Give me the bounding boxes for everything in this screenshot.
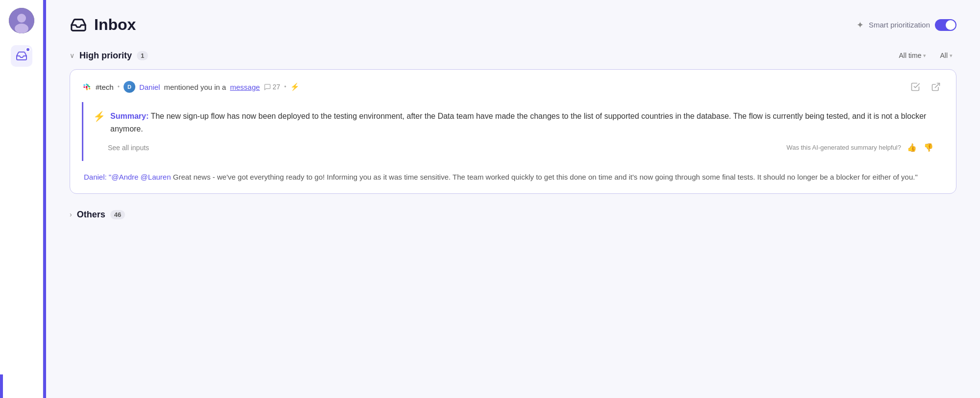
bolt-purple-icon: ⚡: [93, 110, 105, 122]
separator-dot-2: •: [284, 83, 286, 90]
inbox-nav-icon: [16, 50, 27, 62]
section-filters: All time ▾ All ▾: [895, 50, 956, 61]
external-link-icon: [931, 82, 941, 92]
chevron-right-icon: ›: [70, 211, 72, 218]
ai-helpful-feedback: Was this AI-generated summary helpful? 👍…: [786, 142, 934, 153]
summary-block: ⚡ Summary: The new sign-up flow has now …: [82, 102, 944, 161]
ai-helpful-label: Was this AI-generated summary helpful?: [786, 144, 901, 151]
notification-dot: [25, 47, 30, 52]
svg-point-1: [17, 14, 26, 23]
check-circle-icon: [910, 82, 920, 92]
quote-mention-2: @Lauren: [141, 173, 171, 181]
comment-icon: [264, 83, 271, 91]
bottom-accent-bar: [0, 374, 3, 398]
see-all-inputs-btn[interactable]: See all inputs: [108, 144, 149, 152]
summary-body: The new sign-up flow has now been deploy…: [110, 112, 926, 133]
user-avatar-small: D: [124, 81, 135, 93]
mark-done-button[interactable]: [907, 79, 924, 95]
summary-label: Summary:: [110, 112, 149, 120]
svg-point-2: [15, 24, 28, 33]
summary-title-row: ⚡ Summary: The new sign-up flow has now …: [93, 110, 934, 135]
quote-body: Great news - we've got everything ready …: [171, 173, 918, 181]
summary-content: Summary: The new sign-up flow has now be…: [110, 110, 934, 135]
page-title-wrap: Inbox: [70, 16, 136, 34]
high-priority-title: High priority: [79, 51, 132, 61]
content-area: Inbox ✦ Smart prioritization ∨ High prio…: [46, 0, 980, 398]
thumbs-up-button[interactable]: 👍: [906, 142, 918, 153]
others-badge: 46: [110, 210, 125, 219]
message-card-header: #tech • D Daniel mentioned you in a mess…: [70, 70, 956, 102]
separator-dot: •: [118, 83, 120, 90]
message-quote: Daniel: "@Andre @Lauren Great news - we'…: [82, 171, 944, 184]
smart-prioritization-control: ✦ Smart prioritization: [856, 19, 956, 31]
high-priority-collapse-btn[interactable]: ∨ High priority 1: [70, 51, 148, 61]
high-priority-section-header: ∨ High priority 1 All time ▾ All ▾: [70, 50, 956, 61]
summary-text: Summary: The new sign-up flow has now be…: [110, 110, 934, 135]
svg-line-3: [935, 83, 939, 88]
slack-icon: [82, 82, 92, 92]
page-header: Inbox ✦ Smart prioritization: [70, 16, 956, 34]
message-meta: #tech • D Daniel mentioned you in a mess…: [82, 81, 300, 93]
smart-prioritization-label: Smart prioritization: [869, 21, 930, 29]
main-content: Inbox ✦ Smart prioritization ∨ High prio…: [46, 0, 980, 398]
chevron-down-icon: ∨: [70, 52, 75, 59]
time-filter-btn[interactable]: All time ▾: [895, 50, 930, 61]
page-title: Inbox: [94, 16, 136, 34]
time-filter-label: All time: [899, 52, 922, 59]
avatar[interactable]: [9, 8, 34, 33]
all-filter-btn[interactable]: All ▾: [936, 50, 956, 61]
sender-name[interactable]: Daniel: [139, 83, 160, 91]
message-card: #tech • D Daniel mentioned you in a mess…: [70, 69, 956, 194]
inbox-icon: [70, 16, 87, 34]
card-actions: [907, 79, 944, 95]
quote-mention-1: @Andre: [111, 173, 140, 181]
open-external-button[interactable]: [928, 79, 944, 95]
others-section[interactable]: › Others 46: [70, 206, 956, 224]
others-title: Others: [77, 210, 105, 220]
thumbs-down-button[interactable]: 👎: [923, 142, 934, 153]
comment-count: 27: [264, 83, 280, 91]
summary-footer: See all inputs Was this AI-generated sum…: [93, 142, 934, 153]
high-priority-badge: 1: [137, 51, 148, 60]
quote-sender-name: Daniel: ": [84, 173, 111, 181]
bolt-icon: ⚡: [290, 82, 300, 91]
channel-name: #tech: [96, 83, 114, 91]
all-filter-label: All: [940, 52, 948, 59]
message-link[interactable]: message: [230, 83, 260, 91]
sidebar: [0, 0, 43, 398]
smart-prioritization-toggle[interactable]: [935, 19, 956, 31]
mentioned-text: mentioned you in a: [164, 83, 226, 91]
sidebar-inbox-item[interactable]: [11, 45, 32, 67]
all-filter-chevron: ▾: [950, 53, 953, 59]
time-filter-chevron: ▾: [923, 53, 926, 59]
message-body: ⚡ Summary: The new sign-up flow has now …: [70, 102, 956, 193]
sparkle-icon: ✦: [856, 20, 864, 30]
